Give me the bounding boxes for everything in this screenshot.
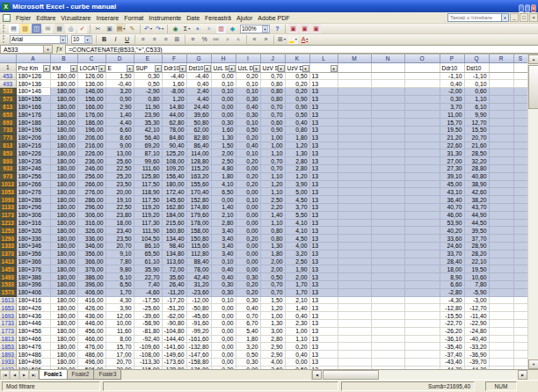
cell-A1573[interactable]: 180+406 [16,288,50,296]
cell-D1653[interactable]: 3,90 [105,304,134,312]
cell-S1653[interactable] [513,304,527,312]
cell-S1053[interactable] [513,188,527,196]
cell-A1013[interactable]: 180+266 [16,180,50,188]
row-header[interactable]: 853 [0,149,16,157]
cell-R1213[interactable] [489,219,513,227]
scroll-left-icon[interactable]: ◀ [312,370,322,380]
cell-B1733[interactable]: 180,00 [50,320,77,328]
cell-J1053[interactable]: 1,10 [260,188,285,196]
cell-J1293[interactable]: 0,80 [260,235,285,243]
tab-scroll-next-button[interactable]: ▶ [19,370,29,380]
cell-O1813[interactable] [404,335,440,343]
cell-L813[interactable]: 13 [309,142,338,149]
cell-G1933[interactable]: -158,80 [186,358,211,366]
cell-F1773[interactable]: -104,80 [162,327,186,335]
row-header[interactable]: 1693 [0,312,16,320]
cell-I1053[interactable]: 0,00 [236,188,260,196]
cell-H1893[interactable]: 0,00 [211,351,236,359]
cell-Q613[interactable]: 6,10 [464,103,489,111]
cell-M1053[interactable] [338,188,371,196]
column-header-P[interactable]: P [440,54,464,62]
cell-H973[interactable]: 1,80 [211,172,236,180]
cell-R1933[interactable] [489,358,513,366]
cell-S653[interactable] [513,111,527,119]
cell-K1413[interactable]: 2,50 [285,258,309,265]
save-icon[interactable]: ◫ [32,24,41,33]
cell-J1933[interactable]: 4,00 [260,358,285,366]
cell-S933[interactable] [513,165,527,173]
cell-O1893[interactable] [404,351,440,359]
cell-L1733[interactable]: 13 [309,320,338,328]
cell-L1453[interactable]: 13 [309,265,338,273]
cell-P573[interactable]: 0,30 [440,95,464,103]
cell-C1573[interactable]: 406,00 [77,288,105,296]
cell-P1093[interactable]: 36,40 [440,196,464,204]
cell-Q1733[interactable]: -22,90 [464,320,489,328]
cell-E933[interactable]: 111,60 [134,165,162,173]
cell-A1093[interactable]: 180+286 [16,196,50,204]
cell-H1773[interactable]: 0,00 [211,327,236,335]
cell-Q1773[interactable]: -24,80 [464,327,489,335]
cell-R1013[interactable] [489,180,513,188]
cell-J973[interactable]: 1,10 [260,172,285,180]
cell-S1773[interactable] [513,327,527,335]
header-cell-R[interactable] [489,62,513,72]
cell-A1253[interactable]: 180+326 [16,227,50,235]
cell-C1093[interactable]: 286,00 [77,196,105,204]
cell-N773[interactable] [371,134,404,142]
cell-I973[interactable]: 0,20 [236,172,260,180]
cell-A453[interactable]: 180+126 [16,72,50,80]
row-header[interactable]: 1053 [0,188,16,196]
cell-F1733[interactable]: -90,80 [162,320,186,328]
cell-G1293[interactable]: 150,80 [186,235,211,243]
cell-M1933[interactable] [338,358,371,366]
column-header-A[interactable]: A [16,54,50,62]
percent-icon[interactable]: % [200,34,209,44]
cell-K1653[interactable]: 1,40 [285,304,309,312]
cell-D1453[interactable]: 9,80 [105,265,134,273]
cell-B1173[interactable]: 180,00 [50,211,77,219]
mail-icon[interactable]: ✉ [43,24,53,33]
menu-editare[interactable]: Editare [33,14,58,22]
row-header[interactable]: 1453 [0,265,16,273]
cell-H893[interactable]: 2,50 [211,157,236,165]
row-header[interactable]: 1613 [0,296,16,304]
column-header-E[interactable]: E [134,54,162,62]
question-input[interactable] [447,13,502,22]
cell-R733[interactable] [489,127,513,134]
adobe-pdf-convert-icon[interactable]: ▣ [288,24,298,33]
cell-N1253[interactable] [371,227,404,235]
cell-Q653[interactable]: 9,90 [464,111,489,119]
cell-C1893[interactable]: 486,00 [77,351,105,359]
cell-E1453[interactable]: 35,90 [134,265,162,273]
cell-E1013[interactable]: 117,50 [134,180,162,188]
cell-K1253[interactable]: 4,10 [285,227,309,235]
cell-K1613[interactable]: 2,10 [285,296,309,304]
cell-I813[interactable]: 0,40 [236,142,260,149]
cell-J1013[interactable]: 1,20 [260,180,285,188]
menu-date[interactable]: Date [184,14,202,22]
cell-G1773[interactable]: -99,20 [186,327,211,335]
cell-I933[interactable]: 0,00 [236,165,260,173]
cell-R1133[interactable] [489,204,513,212]
cell-J1453[interactable]: 2,00 [260,265,285,273]
cell-L1373[interactable]: 13 [309,250,338,258]
cell-N1773[interactable] [371,327,404,335]
row-header[interactable]: 533 [0,88,16,96]
cell-N1013[interactable] [371,180,404,188]
cell-C1933[interactable]: 496,00 [77,358,105,366]
tab-scroll-first-button[interactable]: |◀ [0,370,10,380]
cell-P1933[interactable]: -43,40 [440,358,464,366]
workbook-restore-button[interactable]: □ [520,13,528,22]
cell-A493[interactable]: 180+136 [16,80,50,88]
cell-I1333[interactable]: 0,00 [236,243,260,250]
cell-S1733[interactable] [513,320,527,328]
cell-R853[interactable] [489,149,513,157]
cell-H1493[interactable]: 0,40 [211,273,236,281]
cell-G1213[interactable]: 178,00 [186,219,211,227]
cell-R1893[interactable] [489,351,513,359]
cell-G1173[interactable]: 179,60 [186,211,211,219]
cell-D453[interactable]: 1,50 [105,72,134,80]
cell-D773[interactable]: 8,60 [105,134,134,142]
cell-R1293[interactable] [489,235,513,243]
